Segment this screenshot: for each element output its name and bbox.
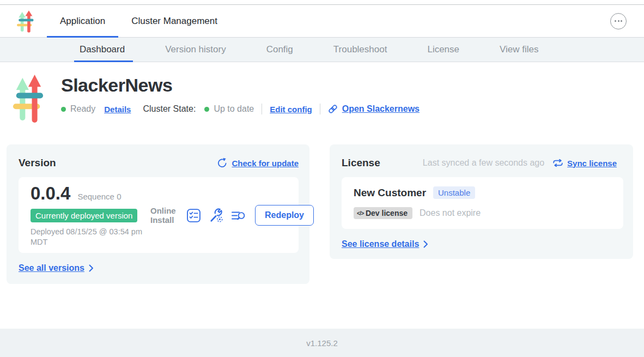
subnav-license-label: License	[427, 44, 459, 55]
subnav-version-history-label: Version history	[165, 44, 226, 55]
tab-cluster-management-label: Cluster Management	[131, 16, 217, 27]
version-card-header: Version Check for update	[19, 157, 299, 169]
subnav-item-troubleshoot[interactable]: Troubleshoot	[333, 38, 387, 62]
deploy-logs-button[interactable]	[231, 208, 246, 223]
chevron-right-icon	[89, 264, 94, 272]
slackernews-logo-icon	[16, 10, 34, 33]
tab-application-label: Application	[60, 16, 105, 27]
subnav-config-label: Config	[266, 44, 293, 55]
license-details-panel: New Customer Unstable </> Dev license Do…	[342, 177, 623, 229]
subnav-item-dashboard[interactable]: Dashboard	[80, 38, 125, 62]
subnav-item-view-files[interactable]: View files	[500, 38, 539, 62]
license-card-title: License	[342, 157, 380, 169]
license-type-badge: </> Dev license	[354, 207, 412, 219]
chain-link-icon	[328, 104, 338, 114]
refresh-icon	[216, 158, 227, 168]
sequence-label: Sequence 0	[77, 192, 121, 201]
chevron-right-icon	[423, 240, 428, 248]
cluster-state-dot	[204, 107, 209, 112]
configure-version-button[interactable]	[209, 208, 223, 223]
wrench-gear-icon	[209, 208, 223, 223]
channel-badge: Unstable	[433, 186, 475, 199]
sync-license-link[interactable]: Sync license	[553, 159, 617, 168]
version-details: 0.0.4 Sequence 0 Currently deployed vers…	[31, 183, 149, 247]
last-synced-label: Last synced a few seconds ago	[423, 158, 544, 168]
preflight-checklist-icon	[186, 208, 201, 223]
topnav-tabs: Application Cluster Management	[47, 5, 230, 37]
subnav-dashboard-label: Dashboard	[80, 44, 125, 55]
subnav-item-config[interactable]: Config	[266, 38, 293, 62]
ready-status-label: Ready	[70, 104, 95, 114]
license-card-header: License Last synced a few seconds ago Sy…	[342, 157, 623, 169]
console-version: v1.125.2	[306, 338, 338, 348]
version-number: 0.0.4	[31, 183, 70, 204]
ready-status-dot	[61, 107, 66, 112]
nav-logo	[16, 5, 34, 37]
subnav-troubleshoot-label: Troubleshoot	[333, 44, 387, 55]
top-navbar: Application Cluster Management	[0, 5, 644, 38]
edit-config-link[interactable]: Edit config	[270, 105, 312, 114]
details-link[interactable]: Details	[104, 105, 131, 114]
admin-console-page: Application Cluster Management Dashboard…	[0, 0, 644, 357]
code-icon: </>	[357, 210, 364, 216]
license-meta-row: </> Dev license Does not expire	[354, 207, 612, 219]
tab-application[interactable]: Application	[47, 5, 118, 37]
sync-license-label: Sync license	[567, 159, 617, 168]
tab-cluster-management[interactable]: Cluster Management	[118, 5, 230, 37]
current-version-panel: 0.0.4 Sequence 0 Currently deployed vers…	[19, 177, 299, 253]
divider	[262, 104, 262, 114]
dashboard-cards: Version Check for update 0.0.4 Sequence …	[0, 144, 644, 284]
cluster-state-label: Cluster State:	[143, 104, 196, 114]
subnav-item-license[interactable]: License	[427, 38, 459, 62]
open-app-link-label: Open Slackernews	[342, 104, 420, 114]
license-type-label: Dev license	[366, 209, 408, 217]
app-header: SlackerNews Ready Details Cluster State:…	[0, 62, 644, 123]
subnav-view-files-label: View files	[500, 44, 539, 55]
version-actions: Online Install	[150, 205, 314, 226]
sync-arrows-icon	[553, 159, 563, 167]
license-expiry: Does not expire	[420, 208, 481, 218]
app-status-row: Ready Details Cluster State: Up to date …	[61, 104, 420, 114]
preflight-checks-button[interactable]	[186, 208, 201, 223]
version-card-title: Version	[19, 157, 56, 169]
top-strip	[0, 0, 644, 5]
console-footer: v1.125.2	[0, 329, 644, 357]
subnav-item-version-history[interactable]: Version history	[165, 38, 226, 62]
divider	[320, 104, 320, 114]
logs-search-icon	[231, 208, 246, 223]
app-subnav: Dashboard Version history Config Trouble…	[0, 38, 644, 62]
app-info: SlackerNews Ready Details Cluster State:…	[61, 73, 420, 123]
check-for-update-link[interactable]: Check for update	[216, 158, 299, 168]
cluster-state-value: Up to date	[214, 104, 254, 114]
customer-name: New Customer	[354, 187, 426, 199]
customer-row: New Customer Unstable	[354, 186, 612, 199]
version-card: Version Check for update 0.0.4 Sequence …	[7, 144, 309, 284]
deployed-timestamp: Deployed 08/15/25 @ 03:54 pm MDT	[31, 227, 149, 247]
open-app-link[interactable]: Open Slackernews	[328, 104, 420, 114]
redeploy-button[interactable]: Redeploy	[255, 205, 314, 226]
check-for-update-label: Check for update	[232, 159, 299, 168]
version-card-footer: See all versions	[19, 263, 299, 273]
see-license-details-link[interactable]: See license details	[342, 239, 419, 249]
license-card: License Last synced a few seconds ago Sy…	[330, 144, 633, 259]
install-type-label: Online Install	[150, 206, 179, 225]
deployed-status-badge: Currently deployed version	[31, 209, 137, 222]
app-logo-icon	[12, 73, 44, 123]
more-menu-button[interactable]	[610, 13, 627, 29]
see-all-versions-link[interactable]: See all versions	[19, 263, 84, 273]
ellipsis-icon	[615, 20, 616, 22]
license-card-footer: See license details	[342, 239, 623, 249]
page-title: SlackerNews	[61, 75, 420, 95]
